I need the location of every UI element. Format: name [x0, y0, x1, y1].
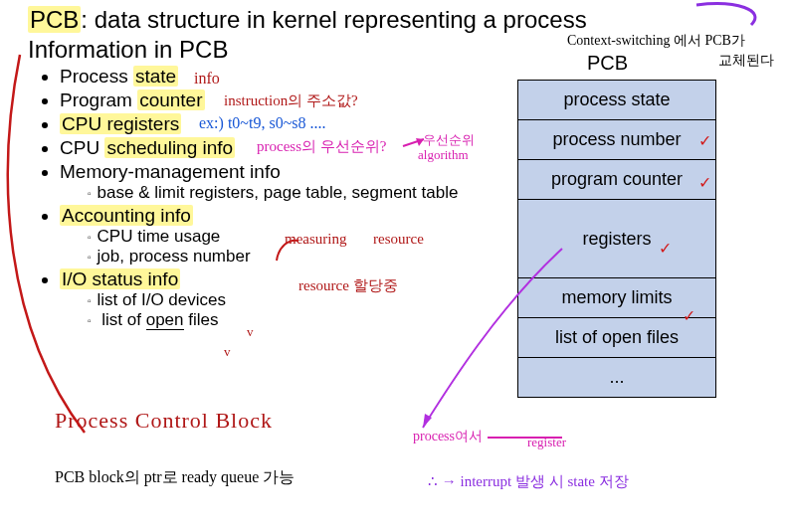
annotation-resource: resource — [373, 231, 424, 248]
text: Memory-management info — [60, 161, 281, 182]
annotation-pcb-ptr: PCB block의 ptr로 ready queue 가능 — [55, 467, 295, 488]
highlight: Accounting info — [60, 205, 193, 226]
annotation-info: info — [194, 70, 220, 88]
title-highlight: PCB — [28, 6, 81, 33]
subitem-open-files: list of open files — [88, 310, 527, 330]
annotation-instruction: instruction의 주소값? — [224, 91, 358, 110]
annotation-process-control-block: Process Control Block — [55, 408, 273, 434]
title-rest: : data structure in kernel representing … — [81, 6, 586, 33]
sublist-io: list of I/O devices list of open files — [60, 290, 527, 330]
check-icon: ✓ — [698, 131, 711, 150]
page-subtitle: Information in PCB — [28, 36, 228, 64]
annotation-resource-allocated: resource 할당중 — [298, 276, 398, 295]
pcb-row-ellipsis: ... — [518, 358, 716, 398]
annotation-check-small: v — [247, 324, 254, 340]
subitem-job-process: job, process number — [88, 247, 527, 266]
text: Process — [60, 66, 133, 87]
text: files — [184, 310, 219, 329]
highlight: I/O status info — [60, 268, 180, 289]
pcb-row-state: process state — [518, 81, 716, 120]
annotation-register-small: register — [527, 435, 566, 450]
highlight: scheduling info — [104, 137, 235, 158]
page-title: PCB: data structure in kernel representi… — [28, 6, 587, 34]
bullet-io-status: I/O status info list of I/O devices list… — [60, 268, 527, 330]
annotation-process-priority: process의 우선순위? — [257, 137, 386, 156]
page-root: PCB: data structure in kernel representi… — [0, 0, 790, 532]
check-icon: ✓ — [683, 306, 695, 325]
pcb-row-pc: program counter — [518, 160, 716, 200]
annotation-process-near: process여서 — [413, 428, 483, 445]
sublist-memory: base & limit registers, page table, segm… — [60, 183, 527, 203]
annotation-registers-example: ex:) t0~t9, s0~s8 .... — [199, 114, 326, 132]
bullet-process-state: Process state — [60, 66, 527, 88]
annotation-context-switch2: 교체된다 — [718, 52, 774, 70]
svg-marker-1 — [423, 414, 432, 428]
text: CPU — [60, 137, 104, 158]
annotation-interrupt: ∴ → interrupt 발생 시 state 저장 — [428, 472, 629, 491]
annotation-priority-algo2: algorithm — [418, 147, 469, 163]
text: Program — [60, 89, 137, 110]
highlight: state — [133, 66, 178, 87]
check-icon: ✓ — [698, 173, 711, 192]
underlined-text: open — [146, 310, 184, 330]
highlight: CPU registers — [60, 113, 181, 134]
highlight: counter — [137, 89, 204, 110]
annotation-context-switch1: Context-switching 에서 PCB가 — [567, 32, 745, 50]
check-icon: ✓ — [659, 239, 672, 258]
pcb-diagram-label: PCB — [587, 52, 628, 75]
pcb-diagram: process state process number program cou… — [517, 80, 716, 398]
annotation-check-small: v — [224, 344, 231, 360]
pcb-row-registers: registers — [518, 200, 716, 278]
subitem-memory: base & limit registers, page table, segm… — [88, 183, 527, 203]
annotation-measuring: measuring — [285, 231, 346, 248]
bullet-memory-mgmt: Memory-management info base & limit regi… — [60, 161, 527, 203]
pcb-row-number: process number — [518, 120, 716, 160]
text: list of — [101, 310, 145, 329]
